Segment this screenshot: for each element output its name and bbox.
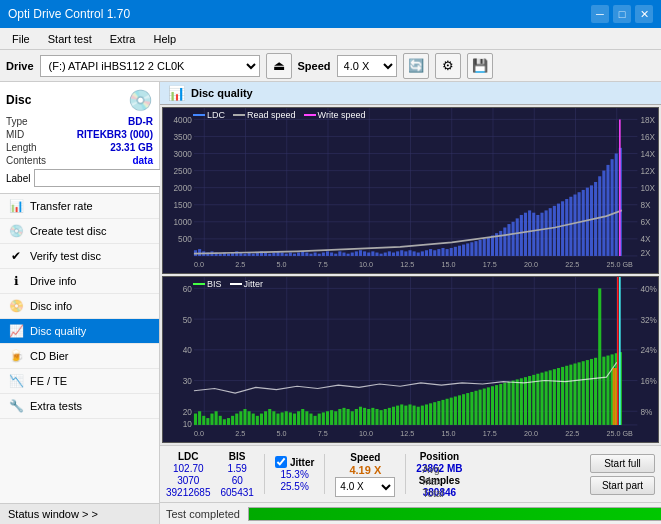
svg-text:20.0: 20.0 <box>524 429 538 438</box>
svg-text:1500: 1500 <box>174 200 192 210</box>
svg-rect-202 <box>227 418 230 425</box>
svg-rect-223 <box>314 416 317 425</box>
svg-text:32%: 32% <box>640 314 657 324</box>
svg-text:5.0: 5.0 <box>276 260 286 269</box>
nav-drive-info[interactable]: ℹ Drive info <box>0 269 159 294</box>
maximize-button[interactable]: □ <box>613 5 631 23</box>
drive-select[interactable]: (F:) ATAPI iHBS112 2 CL0K <box>40 55 260 77</box>
config-button[interactable]: ⚙ <box>435 53 461 79</box>
stats-ldc-header: LDC <box>166 451 211 462</box>
nav-transfer-rate[interactable]: 📊 Transfer rate <box>0 194 159 219</box>
svg-rect-257 <box>454 396 457 424</box>
svg-rect-230 <box>342 408 345 425</box>
svg-rect-150 <box>611 159 614 256</box>
nav-drive-info-label: Drive info <box>30 275 76 287</box>
refresh-button[interactable]: 🔄 <box>403 53 429 79</box>
svg-rect-210 <box>260 414 263 425</box>
svg-rect-124 <box>503 227 506 255</box>
transfer-rate-icon: 📊 <box>8 199 24 213</box>
svg-rect-93 <box>375 253 378 256</box>
stats-jitter-avg: 15.3% <box>275 469 314 480</box>
ldc-dot <box>193 114 205 116</box>
svg-rect-207 <box>248 411 251 425</box>
svg-rect-208 <box>252 414 255 425</box>
svg-rect-131 <box>532 213 535 256</box>
svg-rect-259 <box>462 394 465 425</box>
menu-start-test[interactable]: Start test <box>40 31 100 47</box>
eject-button[interactable]: ⏏ <box>266 53 292 79</box>
svg-rect-84 <box>338 251 341 256</box>
svg-text:4X: 4X <box>640 234 650 244</box>
svg-rect-96 <box>388 251 391 256</box>
stats-speed-val: 4.19 X <box>335 464 395 476</box>
disc-label-input[interactable] <box>34 169 167 187</box>
start-full-button[interactable]: Start full <box>590 454 655 473</box>
stats-ldc-avg: 102.70 <box>166 463 211 474</box>
nav-fe-te[interactable]: 📉 FE / TE <box>0 369 159 394</box>
disc-quality-title: Disc quality <box>191 87 253 99</box>
svg-rect-252 <box>433 402 436 425</box>
svg-rect-130 <box>528 210 531 256</box>
save-button[interactable]: 💾 <box>467 53 493 79</box>
charts-container: LDC Read speed Write speed <box>160 105 661 445</box>
svg-text:14X: 14X <box>640 149 655 159</box>
menu-file[interactable]: File <box>4 31 38 47</box>
svg-rect-114 <box>462 245 465 256</box>
svg-text:40%: 40% <box>640 283 657 293</box>
svg-rect-138 <box>561 201 564 256</box>
stats-jitter-header: Jitter <box>290 457 314 468</box>
svg-rect-139 <box>565 199 568 256</box>
svg-rect-213 <box>272 411 275 425</box>
stats-bis-total: 605431 <box>221 487 254 498</box>
svg-rect-95 <box>384 253 387 256</box>
svg-text:18X: 18X <box>640 114 655 124</box>
svg-rect-79 <box>318 254 321 256</box>
nav-extra-tests[interactable]: 🔧 Extra tests <box>0 394 159 419</box>
svg-text:5.0: 5.0 <box>276 429 286 438</box>
svg-rect-228 <box>334 411 337 425</box>
svg-rect-227 <box>330 410 333 425</box>
nav-cd-bier[interactable]: 🍺 CD Bier <box>0 344 159 369</box>
svg-rect-221 <box>305 411 308 425</box>
nav-create-test-disc[interactable]: 💿 Create test disc <box>0 219 159 244</box>
svg-rect-280 <box>549 370 552 425</box>
svg-rect-229 <box>338 409 341 425</box>
jitter-checkbox[interactable] <box>275 456 287 468</box>
ldc-chart-svg: 4000 3500 3000 2500 2000 1500 1000 500 1… <box>163 108 658 273</box>
svg-rect-201 <box>223 419 226 425</box>
nav-extra-tests-label: Extra tests <box>30 400 82 412</box>
svg-rect-281 <box>553 369 556 425</box>
nav-disc-info[interactable]: 📀 Disc info <box>0 294 159 319</box>
svg-rect-105 <box>425 250 428 256</box>
bis-legend-jitter-label: Jitter <box>244 279 264 289</box>
disc-mid-row: MID RITEKBR3 (000) <box>6 129 153 140</box>
svg-text:22.5: 22.5 <box>565 429 579 438</box>
nav-disc-quality[interactable]: 📈 Disc quality <box>0 319 159 344</box>
svg-rect-50 <box>198 249 201 256</box>
stats-speed-select[interactable]: 4.0 X <box>335 477 395 497</box>
svg-rect-253 <box>437 401 440 425</box>
nav-verify-test-disc[interactable]: ✔ Verify test disc <box>0 244 159 269</box>
svg-text:16X: 16X <box>640 131 655 141</box>
svg-rect-216 <box>285 411 288 425</box>
speed-select[interactable]: 4.0 X <box>337 55 397 77</box>
svg-rect-67 <box>268 254 271 256</box>
menu-help[interactable]: Help <box>145 31 184 47</box>
svg-text:500: 500 <box>178 234 192 244</box>
status-window-button[interactable]: Status window > > <box>0 503 159 524</box>
svg-rect-255 <box>446 399 449 425</box>
status-window-label: Status window > > <box>8 508 98 520</box>
svg-rect-90 <box>363 251 366 256</box>
svg-rect-77 <box>309 254 312 256</box>
minimize-button[interactable]: ─ <box>591 5 609 23</box>
close-button[interactable]: ✕ <box>635 5 653 23</box>
title-bar: Opti Drive Control 1.70 ─ □ ✕ <box>0 0 661 28</box>
svg-rect-234 <box>359 407 362 425</box>
bis-dot <box>193 283 205 285</box>
start-part-button[interactable]: Start part <box>590 476 655 495</box>
svg-rect-135 <box>549 208 552 256</box>
bis-chart-svg: 60 50 40 30 20 10 40% 32% 24% 16% 8% 0.0… <box>163 277 658 442</box>
menu-extra[interactable]: Extra <box>102 31 144 47</box>
svg-text:7.5: 7.5 <box>318 429 328 438</box>
stats-jitter-max: 25.5% <box>275 481 314 492</box>
